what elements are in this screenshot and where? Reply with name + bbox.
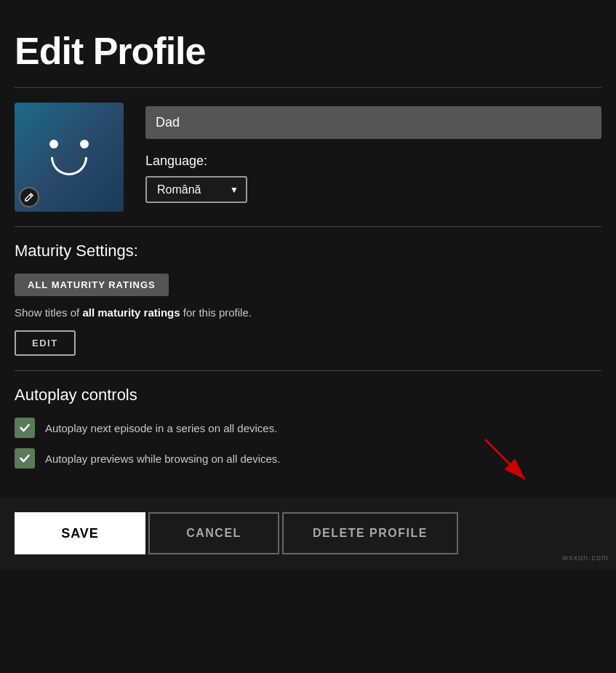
maturity-section: Maturity Settings: ALL MATURITY RATINGS … bbox=[15, 242, 601, 356]
profile-fields: Language: Română English Español Françai… bbox=[145, 103, 601, 203]
avatar-eye-left bbox=[49, 140, 58, 148]
autoplay-next-label: Autoplay next episode in a series on all… bbox=[45, 422, 277, 434]
maturity-edit-button[interactable]: EDIT bbox=[15, 330, 76, 356]
avatar-edit-button[interactable] bbox=[19, 187, 39, 207]
checkmark-icon bbox=[19, 422, 31, 434]
section-divider-1 bbox=[15, 226, 601, 227]
language-label: Language: bbox=[145, 154, 601, 169]
autoplay-previews-label: Autoplay previews while browsing on all … bbox=[45, 453, 281, 465]
bottom-action-bar: SAVE CANCEL DELETE PROFILE bbox=[0, 498, 616, 569]
section-divider-2 bbox=[15, 370, 601, 371]
language-select[interactable]: Română English Español Français Deutsch bbox=[145, 176, 247, 203]
autoplay-next-row: Autoplay next episode in a series on all… bbox=[15, 418, 601, 438]
delete-profile-button[interactable]: DELETE PROFILE bbox=[282, 512, 458, 554]
profile-row: Language: Română English Español Françai… bbox=[15, 103, 601, 212]
autoplay-next-checkbox[interactable] bbox=[15, 418, 35, 438]
title-divider bbox=[15, 87, 601, 88]
page-title: Edit Profile bbox=[15, 29, 601, 73]
avatar-eye-right bbox=[80, 140, 89, 148]
autoplay-previews-checkbox[interactable] bbox=[15, 448, 35, 469]
pencil-icon bbox=[24, 192, 34, 202]
profile-name-input[interactable] bbox=[145, 106, 601, 139]
autoplay-previews-row: Autoplay previews while browsing on all … bbox=[15, 448, 601, 469]
maturity-desc-prefix: Show titles of bbox=[15, 306, 82, 319]
maturity-badge: ALL MATURITY RATINGS bbox=[15, 274, 169, 296]
cancel-button[interactable]: CANCEL bbox=[148, 512, 279, 554]
maturity-section-title: Maturity Settings: bbox=[15, 242, 601, 260]
language-select-wrapper: Română English Español Français Deutsch … bbox=[145, 176, 247, 203]
maturity-description: Show titles of all maturity ratings for … bbox=[15, 306, 601, 319]
maturity-desc-bold: all maturity ratings bbox=[82, 306, 180, 319]
autoplay-section: Autoplay controls Autoplay next episode … bbox=[15, 386, 601, 469]
checkmark-icon bbox=[19, 453, 31, 464]
avatar-container bbox=[15, 103, 124, 212]
avatar-smile bbox=[51, 157, 87, 175]
avatar-face bbox=[49, 140, 89, 175]
watermark: wsxun.com bbox=[562, 553, 609, 562]
maturity-desc-suffix: for this profile. bbox=[180, 306, 252, 319]
avatar-eyes bbox=[49, 140, 89, 148]
autoplay-section-title: Autoplay controls bbox=[15, 386, 601, 405]
save-button[interactable]: SAVE bbox=[15, 512, 145, 554]
